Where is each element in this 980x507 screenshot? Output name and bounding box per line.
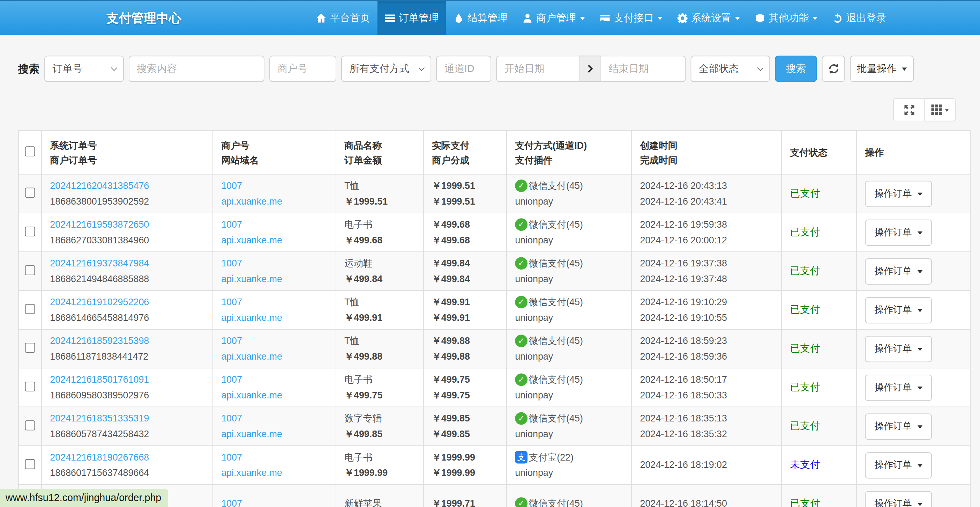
col-status: 支付状态 (790, 145, 856, 159)
paid-amount: ￥1999.51 (432, 179, 506, 193)
refresh-icon (828, 63, 839, 74)
pay-method: 微信支付(45) (529, 217, 583, 232)
nav-item-gear[interactable]: 系统设置 (670, 2, 747, 35)
merchant-id-link[interactable]: 1007 (221, 413, 242, 423)
order-no-link[interactable]: 2024121619102952206 (50, 297, 149, 307)
row-checkbox[interactable] (25, 188, 35, 198)
pay-method: 微信支付(45) (529, 372, 583, 387)
caret-down-icon (945, 108, 949, 113)
pay-plugin: unionpay (515, 233, 631, 247)
nav-item-power[interactable]: 退出登录 (825, 2, 894, 35)
merchant-share: ￥499.91 (432, 311, 506, 325)
wechat-pay-icon: ✓ (515, 373, 528, 386)
col-method: 支付方式(通道ID) (515, 138, 631, 152)
nav-item-list[interactable]: 订单管理 (377, 2, 446, 35)
row-checkbox[interactable] (25, 226, 35, 237)
search-button[interactable]: 搜索 (775, 56, 817, 82)
domain-link[interactable]: api.xuanke.me (221, 234, 282, 245)
merchant-id-link[interactable]: 1007 (221, 180, 242, 191)
merchant-id-link[interactable]: 1007 (221, 219, 242, 230)
order-actions-button[interactable]: 操作订单 (865, 258, 932, 284)
fullscreen-button[interactable] (893, 98, 924, 121)
wechat-pay-icon: ✓ (515, 412, 528, 425)
status-select[interactable]: 全部状态 (691, 56, 770, 82)
order-no-link[interactable]: 2024121618592315398 (50, 335, 149, 346)
order-actions-button[interactable]: 操作订单 (865, 413, 932, 439)
merchant-id-input[interactable] (269, 56, 336, 82)
row-checkbox[interactable] (25, 343, 35, 353)
date-range-arrow (579, 56, 601, 82)
row-checkbox[interactable] (25, 382, 35, 392)
domain-link[interactable]: api.xuanke.me (221, 351, 282, 361)
order-actions-button[interactable]: 操作订单 (865, 219, 932, 246)
domain-link[interactable]: api.xuanke.me (221, 312, 282, 323)
nav-item-box[interactable]: 其他功能 (748, 2, 825, 35)
caret-down-icon (918, 425, 923, 430)
merchant-id-link[interactable]: 1007 (221, 335, 242, 346)
product-name: 数字专辑 (344, 411, 423, 426)
domain-link[interactable]: api.xuanke.me (221, 467, 282, 478)
row-checkbox[interactable] (25, 265, 35, 276)
merchant-id-link[interactable]: 1007 (221, 451, 242, 462)
caret-down-icon (918, 348, 923, 353)
order-no-link[interactable]: 2024121618190267668 (50, 451, 149, 462)
end-date-input[interactable] (601, 56, 686, 82)
pay-method: 微信支付(45) (529, 256, 583, 271)
refresh-button[interactable] (822, 56, 845, 82)
search-bar: 搜索 订单号 所有支付方式 全部状态 搜索 (18, 56, 962, 82)
search-keyword-input[interactable] (129, 56, 264, 82)
completed-at: 2024-12-16 20:43:41 (640, 194, 781, 209)
order-actions-button[interactable]: 操作订单 (865, 180, 932, 207)
domain-link[interactable]: api.xuanke.me (221, 390, 282, 400)
nav-item-credit-card[interactable]: 支付接口 (592, 2, 670, 35)
paid-amount: ￥499.68 (432, 217, 506, 232)
row-checkbox[interactable] (25, 304, 35, 314)
order-no-link[interactable]: 2024121619593872650 (50, 219, 149, 230)
merchant-id-link[interactable]: 1007 (221, 297, 242, 307)
col-action: 操作 (865, 145, 970, 159)
domain-link[interactable]: api.xuanke.me (221, 273, 282, 284)
domain-link[interactable]: api.xuanke.me (221, 196, 282, 206)
wechat-pay-icon: ✓ (515, 335, 528, 347)
merchant-id-link[interactable]: 1007 (221, 374, 242, 384)
start-date-input[interactable] (496, 56, 578, 82)
row-checkbox[interactable] (25, 420, 35, 430)
product-name: 电子书 (344, 450, 423, 465)
select-all-checkbox[interactable] (25, 146, 35, 156)
pay-type-select[interactable]: 所有支付方式 (341, 56, 431, 82)
col-product: 商品名称 (344, 138, 423, 152)
row-checkbox[interactable] (25, 459, 35, 469)
order-amount: ￥499.88 (344, 349, 423, 364)
order-actions-label: 操作订单 (874, 459, 912, 471)
domain-link[interactable]: api.xuanke.me (221, 429, 282, 439)
merchant-id-link[interactable]: 1007 (221, 498, 242, 507)
status-text: 已支付 (790, 265, 820, 276)
bulk-actions-button[interactable]: 批量操作 (850, 56, 914, 82)
search-type-select[interactable]: 订单号 (44, 56, 124, 82)
order-actions-button[interactable]: 操作订单 (865, 374, 932, 400)
order-no-link[interactable]: 2024121618501761091 (50, 374, 149, 384)
columns-button[interactable] (924, 98, 956, 121)
order-actions-button[interactable]: 操作订单 (865, 491, 932, 507)
nav-item-home[interactable]: 平台首页 (309, 2, 377, 35)
order-actions-button[interactable]: 操作订单 (865, 297, 932, 323)
power-icon (832, 13, 843, 23)
order-no-link[interactable]: 2024121619373847984 (50, 258, 149, 268)
order-no-link[interactable]: 2024121620431385476 (50, 180, 149, 191)
pay-method: 微信支付(45) (529, 333, 583, 349)
table-row: 2024121618501761091 1868609580389502976 … (19, 368, 970, 407)
status-text: 已支付 (790, 188, 820, 198)
merchant-id-link[interactable]: 1007 (221, 258, 242, 268)
pay-method: 微信支付(45) (529, 295, 583, 310)
nav-item-tint[interactable]: 结算管理 (446, 2, 515, 35)
merchant-share: ￥499.75 (432, 388, 506, 403)
channel-id-input[interactable] (436, 56, 491, 82)
col-time: 创建时间 (640, 138, 781, 152)
order-actions-button[interactable]: 操作订单 (865, 452, 932, 478)
nav-item-user[interactable]: 商户管理 (515, 2, 592, 35)
created-at: 2024-12-16 18:50:17 (640, 372, 781, 387)
order-actions-button[interactable]: 操作订单 (865, 336, 932, 362)
orders-tbody: 2024121620431385476 1868638001953902592 … (19, 174, 970, 507)
caret-down-icon (918, 309, 923, 314)
order-no-link[interactable]: 2024121618351335319 (50, 413, 149, 423)
